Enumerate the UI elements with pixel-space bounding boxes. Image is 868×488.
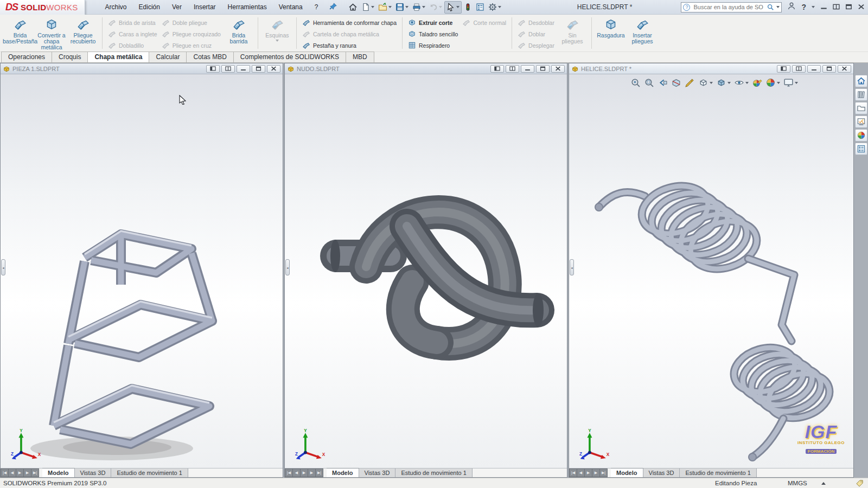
minimize-doc-button[interactable] xyxy=(521,65,534,73)
display-style-icon[interactable] xyxy=(716,77,731,88)
pane-split-button[interactable] xyxy=(506,65,519,73)
sketch-annotation-icon[interactable] xyxy=(684,77,695,88)
close-doc-button[interactable] xyxy=(267,65,280,73)
pane-split-button[interactable] xyxy=(221,65,235,73)
pliegue-recubierto-button[interactable]: Pliegue recubierto xyxy=(67,16,99,46)
close-window-button[interactable] xyxy=(858,2,865,12)
zoom-to-fit-icon[interactable] xyxy=(630,77,641,88)
restore-doc-button[interactable] xyxy=(252,65,265,73)
restore-doc-button[interactable] xyxy=(536,65,550,73)
tab-vistas-3d[interactable]: Vistas 3D xyxy=(359,468,396,477)
close-doc-button[interactable] xyxy=(838,65,851,73)
help-button[interactable]: ? xyxy=(801,3,806,11)
brida-arista-button[interactable]: Brida de arista xyxy=(106,17,159,28)
tab-estudio-movimiento[interactable]: Estudio de movimiento 1 xyxy=(395,468,472,477)
menu-insertar[interactable]: Insertar xyxy=(188,1,222,14)
resources-home-icon[interactable] xyxy=(855,75,867,87)
tab-estudio-movimiento[interactable]: Estudio de movimiento 1 xyxy=(680,468,756,477)
appearances-icon[interactable] xyxy=(855,129,867,142)
home-button[interactable] xyxy=(347,1,359,14)
tab-calcular[interactable]: Calcular xyxy=(149,52,187,62)
window-title-bar-pieza1[interactable]: PIEZA 1.SLDPRT xyxy=(1,63,283,74)
save-button[interactable] xyxy=(394,1,410,14)
window-title-bar-nudo[interactable]: NUDO.SLDPRT xyxy=(285,63,567,74)
tab-complementos[interactable]: Complementos de SOLIDWORKS xyxy=(233,52,346,62)
file-explorer-icon[interactable] xyxy=(855,102,867,114)
extruir-corte-button[interactable]: Extruir corte xyxy=(406,17,460,28)
viewport-helice[interactable]: ◂ IGF INSTITUTO GALEGO FORMACIÓN xyxy=(569,74,853,468)
print-button[interactable] xyxy=(411,1,427,14)
cartela-button[interactable]: Cartela de chapa metálica xyxy=(300,28,399,40)
brida-barrida-button[interactable]: Brida barrida xyxy=(223,16,254,46)
pliegue-croquizado-button[interactable]: Pliegue croquizado xyxy=(159,28,223,40)
pliegue-cruz-button[interactable]: Pliegue en cruz xyxy=(159,40,223,51)
menu-archivo[interactable]: Archivo xyxy=(99,1,133,14)
viewport-nudo[interactable]: ◂ xyxy=(285,74,567,468)
user-account-icon[interactable] xyxy=(787,2,796,12)
open-button[interactable] xyxy=(376,1,393,14)
search-input[interactable] xyxy=(692,3,764,11)
undo-button[interactable] xyxy=(427,1,444,14)
dobladillo-button[interactable]: Dobladillo xyxy=(106,40,159,51)
minimize-doc-button[interactable] xyxy=(237,65,250,73)
conformar-chapa-button[interactable]: Herramienta de conformar chapa xyxy=(300,17,399,28)
view-palette-icon[interactable] xyxy=(855,115,867,128)
hide-show-items-icon[interactable] xyxy=(733,77,749,88)
menu-help[interactable]: ? xyxy=(309,1,324,14)
help-search-box[interactable]: ? xyxy=(681,2,782,12)
tab-croquis[interactable]: Croquis xyxy=(52,52,88,62)
file-properties-button[interactable] xyxy=(474,1,486,14)
esquinas-dropdown-icon[interactable] xyxy=(276,40,279,42)
insertar-pliegues-button[interactable]: Insertar pliegues xyxy=(627,16,658,46)
help-dropdown-icon[interactable] xyxy=(812,6,815,8)
menu-edicion[interactable]: Edición xyxy=(133,1,166,14)
tab-scroll-buttons[interactable]: |◀◀▶▶▶| xyxy=(1,468,39,477)
featuremanager-splitter-handle[interactable]: ◂ xyxy=(570,259,574,275)
previous-view-icon[interactable] xyxy=(657,77,668,88)
taladro-sencillo-button[interactable]: Taladro sencillo xyxy=(406,28,460,40)
convertir-chapa-button[interactable]: Convertir a chapa metálica xyxy=(36,16,67,52)
menu-ver[interactable]: Ver xyxy=(166,1,188,14)
tab-vistas-3d[interactable]: Vistas 3D xyxy=(643,468,680,477)
viewport-pieza1[interactable]: ◂ xyxy=(1,74,283,468)
design-library-icon[interactable] xyxy=(855,88,867,101)
options-button[interactable] xyxy=(487,1,503,14)
search-scope-dropdown-icon[interactable] xyxy=(776,6,780,8)
tab-modelo[interactable]: Modelo xyxy=(327,468,359,477)
window-title-bar-helice[interactable]: HELICE.SLDPRT * xyxy=(569,63,853,74)
corte-normal-button[interactable]: Corte normal xyxy=(460,17,508,28)
caras-inglete-button[interactable]: Caras a inglete xyxy=(106,28,159,40)
tab-scroll-buttons[interactable]: |◀◀▶▶▶| xyxy=(285,468,323,477)
tab-cotas-mbd[interactable]: Cotas MBD xyxy=(186,52,233,62)
tags-icon[interactable] xyxy=(856,479,864,488)
desdoblar-button[interactable]: Desdoblar xyxy=(515,17,557,28)
close-doc-button[interactable] xyxy=(551,65,565,73)
featuremanager-splitter-handle[interactable]: ◂ xyxy=(285,259,290,275)
view-settings-icon[interactable] xyxy=(783,77,799,88)
search-icon[interactable] xyxy=(767,3,774,11)
tab-vistas-3d[interactable]: Vistas 3D xyxy=(75,468,112,477)
tab-scroll-buttons[interactable]: |◀◀▶▶▶| xyxy=(569,468,608,477)
menu-ventana[interactable]: Ventana xyxy=(273,1,309,14)
doble-pliegue-button[interactable]: Doble pliegue xyxy=(159,17,223,28)
doblar-button[interactable]: Doblar xyxy=(515,28,557,40)
pane-left-button[interactable] xyxy=(206,65,220,73)
custom-properties-icon[interactable] xyxy=(855,143,867,155)
new-document-button[interactable] xyxy=(360,1,376,14)
pane-left-button[interactable] xyxy=(490,65,504,73)
sin-pliegues-button[interactable]: Sin pliegues xyxy=(557,16,588,46)
pestana-ranura-button[interactable]: Pestaña y ranura xyxy=(300,40,399,51)
units-dropdown-icon[interactable] xyxy=(821,482,826,485)
tab-modelo[interactable]: Modelo xyxy=(611,468,643,477)
menu-herramientas[interactable]: Herramientas xyxy=(222,1,273,14)
restore-panes-button[interactable] xyxy=(833,2,840,12)
restore-window-button[interactable] xyxy=(845,2,852,12)
tab-estudio-movimiento[interactable]: Estudio de movimiento 1 xyxy=(111,468,188,477)
minimize-doc-button[interactable] xyxy=(807,65,821,73)
pane-left-button[interactable] xyxy=(777,65,790,73)
rasgadura-button[interactable]: Rasgadura xyxy=(595,16,627,40)
edit-appearance-icon[interactable] xyxy=(751,77,763,88)
pin-menu-icon[interactable] xyxy=(327,2,339,12)
zoom-to-area-icon[interactable] xyxy=(643,77,655,88)
view-orientation-icon[interactable] xyxy=(698,77,713,88)
